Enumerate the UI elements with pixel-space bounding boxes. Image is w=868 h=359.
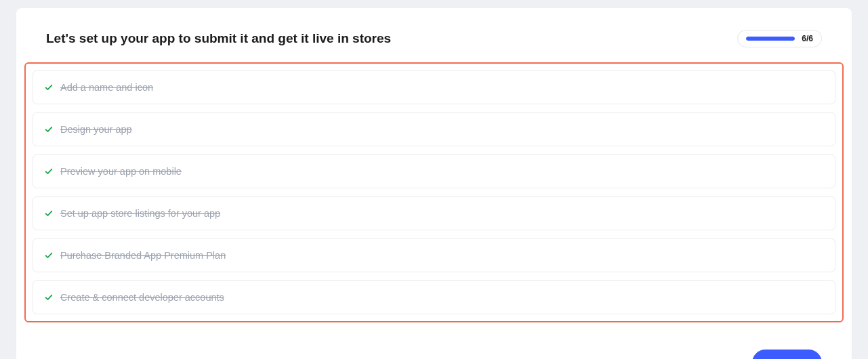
step-row[interactable]: Add a name and icon [33, 70, 835, 104]
progress-label: 6/6 [802, 34, 813, 43]
step-label: Purchase Branded App Premium Plan [60, 250, 226, 261]
progress-track [746, 37, 795, 41]
check-icon [44, 167, 54, 176]
submit-button[interactable]: Submit [752, 350, 822, 359]
setup-panel: Let's set up your app to submit it and g… [16, 8, 852, 359]
step-row[interactable]: Create & connect developer accounts [33, 280, 835, 314]
step-row[interactable]: Design your app [33, 112, 835, 146]
header-row: Let's set up your app to submit it and g… [24, 30, 844, 47]
step-label: Add a name and icon [60, 82, 153, 93]
step-row[interactable]: Purchase Branded App Premium Plan [33, 238, 835, 272]
step-label: Preview your app on mobile [60, 166, 182, 177]
check-icon [44, 293, 54, 302]
check-icon [44, 251, 54, 260]
check-icon [44, 125, 54, 134]
check-icon [44, 209, 54, 218]
step-row[interactable]: Set up app store listings for your app [33, 196, 835, 230]
progress-indicator: 6/6 [737, 30, 822, 47]
footer-row: Want help creating your app? Talk to an … [24, 350, 844, 359]
step-label: Design your app [60, 124, 132, 135]
steps-list-highlight: Add a name and icon Design your app Prev… [24, 62, 844, 322]
step-label: Set up app store listings for your app [60, 208, 220, 219]
page-title: Let's set up your app to submit it and g… [46, 31, 391, 46]
progress-fill [746, 37, 795, 41]
step-label: Create & connect developer accounts [60, 292, 224, 303]
step-row[interactable]: Preview your app on mobile [33, 154, 835, 188]
check-icon [44, 83, 54, 92]
